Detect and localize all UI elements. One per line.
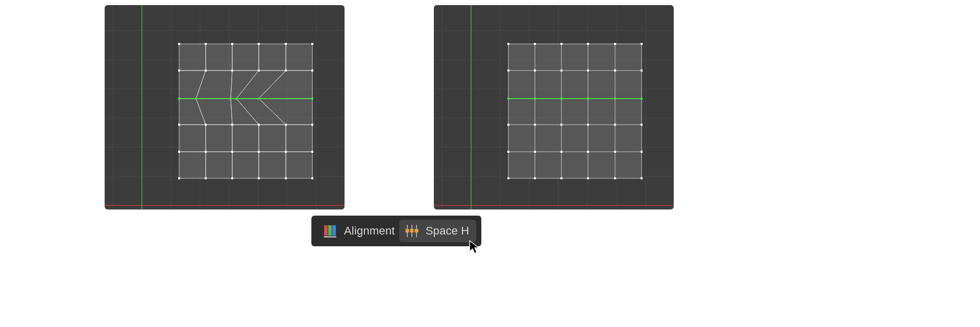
svg-rect-85: [311, 98, 313, 100]
svg-rect-84: [258, 98, 260, 100]
svg-rect-75: [205, 177, 207, 179]
svg-rect-162: [324, 236, 336, 238]
svg-rect-72: [285, 151, 287, 153]
svg-rect-129: [507, 69, 509, 72]
toolbar-group-alignment[interactable]: Alignment: [318, 220, 399, 242]
svg-rect-128: [641, 43, 643, 45]
svg-rect-65: [258, 124, 260, 126]
svg-rect-136: [534, 98, 536, 100]
space-h-button[interactable]: Space H: [399, 220, 477, 242]
svg-rect-66: [285, 124, 287, 126]
svg-rect-76: [231, 177, 233, 179]
svg-rect-152: [641, 151, 643, 153]
svg-rect-126: [587, 43, 589, 45]
svg-rect-133: [614, 69, 616, 72]
svg-rect-160: [328, 225, 332, 236]
svg-rect-145: [614, 124, 616, 126]
svg-rect-67: [311, 124, 313, 126]
svg-rect-134: [641, 69, 643, 72]
svg-rect-56: [178, 69, 180, 72]
svg-rect-153: [507, 177, 509, 179]
svg-rect-158: [641, 177, 643, 179]
svg-marker-23: [179, 44, 312, 178]
svg-rect-132: [587, 69, 589, 72]
svg-rect-131: [560, 69, 562, 72]
svg-rect-78: [285, 177, 287, 179]
svg-rect-83: [235, 98, 237, 100]
svg-rect-68: [178, 151, 180, 153]
svg-rect-139: [614, 98, 616, 100]
svg-rect-63: [205, 124, 207, 126]
svg-rect-70: [231, 151, 233, 153]
svg-rect-61: [311, 69, 313, 72]
svg-rect-73: [311, 151, 313, 153]
svg-rect-142: [534, 124, 536, 126]
svg-rect-159: [324, 225, 328, 236]
svg-rect-157: [614, 177, 616, 179]
svg-rect-52: [231, 43, 233, 45]
svg-rect-138: [587, 98, 589, 100]
svg-rect-155: [560, 177, 562, 179]
svg-rect-124: [534, 43, 536, 45]
svg-rect-59: [258, 69, 260, 72]
svg-rect-147: [507, 151, 509, 153]
svg-rect-141: [507, 124, 509, 126]
svg-rect-57: [205, 69, 207, 72]
svg-rect-69: [205, 151, 207, 153]
svg-rect-166: [405, 229, 409, 232]
svg-rect-156: [587, 177, 589, 179]
svg-rect-51: [205, 43, 207, 45]
svg-rect-80: [178, 98, 180, 100]
viewport-after-canvas[interactable]: [434, 5, 674, 209]
svg-rect-148: [534, 151, 536, 153]
svg-rect-161: [332, 225, 336, 236]
svg-rect-167: [410, 229, 413, 232]
svg-rect-127: [614, 43, 616, 45]
svg-rect-168: [414, 229, 418, 232]
svg-rect-135: [507, 98, 509, 100]
viewport-before[interactable]: [105, 5, 345, 209]
svg-rect-143: [560, 124, 562, 126]
svg-rect-55: [311, 43, 313, 45]
svg-rect-53: [258, 43, 260, 45]
svg-marker-109: [508, 44, 642, 178]
svg-rect-81: [195, 98, 197, 100]
svg-rect-60: [285, 69, 287, 72]
svg-rect-50: [178, 43, 180, 45]
svg-rect-54: [285, 43, 287, 45]
viewport-after[interactable]: [434, 5, 674, 209]
svg-rect-149: [560, 151, 562, 153]
toolbar: Alignment Space H: [311, 216, 481, 246]
svg-rect-62: [178, 124, 180, 126]
svg-rect-64: [231, 124, 233, 126]
alignment-label: Alignment: [344, 224, 395, 238]
svg-rect-137: [560, 98, 562, 100]
svg-rect-82: [230, 98, 232, 100]
space-h-label: Space H: [426, 224, 470, 238]
svg-rect-125: [560, 43, 562, 45]
svg-rect-74: [178, 177, 180, 179]
svg-rect-140: [641, 98, 643, 100]
svg-rect-151: [614, 151, 616, 153]
svg-rect-77: [258, 177, 260, 179]
svg-rect-79: [311, 177, 313, 179]
svg-rect-144: [587, 124, 589, 126]
rgb-bars-icon: [323, 223, 338, 239]
svg-rect-123: [507, 43, 509, 45]
svg-rect-130: [534, 69, 536, 72]
space-h-icon: [404, 223, 420, 239]
svg-rect-146: [641, 124, 643, 126]
svg-rect-154: [534, 177, 536, 179]
viewport-before-canvas[interactable]: [105, 5, 345, 209]
svg-rect-150: [587, 151, 589, 153]
svg-rect-71: [258, 151, 260, 153]
svg-rect-58: [231, 69, 233, 72]
